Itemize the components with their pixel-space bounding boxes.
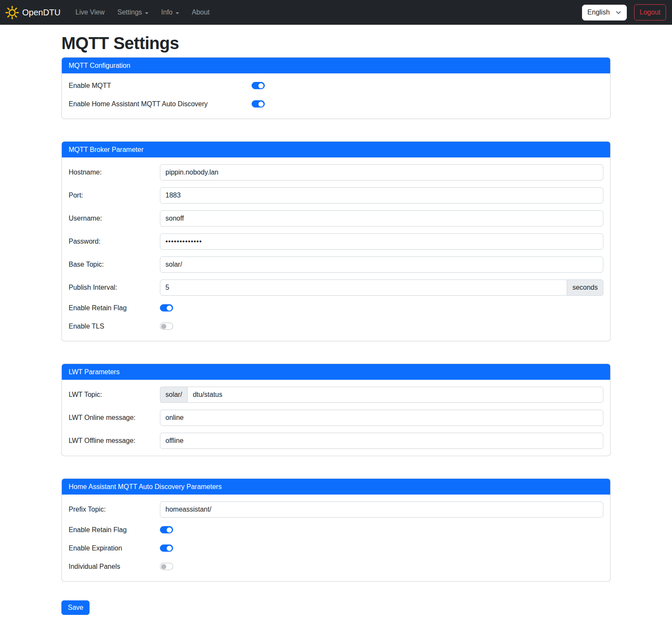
form-row: Enable Retain Flag (69, 524, 603, 535)
form-row: Hostname: (69, 164, 603, 180)
sun-icon (5, 6, 19, 20)
form-row: Password: (69, 233, 603, 250)
form-row: LWT Offline message: (69, 433, 603, 449)
navbar: OpenDTU Live View Settings Info About En… (0, 0, 672, 25)
nav-item-label: Info (161, 9, 173, 16)
port-input[interactable] (160, 187, 603, 204)
enable-tls-toggle[interactable] (160, 323, 173, 330)
field-label: Enable Home Assistant MQTT Auto Discover… (69, 99, 252, 109)
field-label: LWT Online message: (69, 413, 160, 423)
field-label: LWT Offline message: (69, 436, 160, 446)
navbar-left: OpenDTU Live View Settings Info About (5, 5, 216, 20)
card-body: LWT Topic: solar/ LWT Online message: LW… (62, 380, 610, 456)
lwt-offline-message-input[interactable] (160, 433, 603, 449)
card-body: Hostname: Port: Username: Password: (62, 157, 610, 341)
field-label: Enable Retain Flag (69, 303, 160, 313)
card-header: MQTT Configuration (62, 58, 610, 73)
nav-item-live-view[interactable]: Live View (69, 5, 111, 20)
field-label: Enable MQTT (69, 81, 252, 91)
field-label: Enable Retain Flag (69, 525, 160, 535)
page-title: MQTT Settings (61, 34, 611, 53)
form-row: Enable Retain Flag (69, 303, 603, 313)
form-row: LWT Topic: solar/ (69, 387, 603, 403)
lwt-topic-prefix-addon: solar/ (160, 387, 187, 403)
field-label: Hostname: (69, 167, 160, 178)
individual-panels-toggle[interactable] (160, 563, 173, 570)
lwt-topic-input[interactable] (187, 387, 603, 403)
field-label: Port: (69, 190, 160, 201)
card-header: LWT Parameters (62, 364, 610, 380)
form-row: LWT Online message: (69, 410, 603, 426)
main-content: MQTT Settings MQTT Configuration Enable … (61, 25, 611, 615)
form-row: Prefix Topic: (69, 501, 603, 518)
mqtt-configuration-card: MQTT Configuration Enable MQTT Enable Ho… (61, 57, 611, 119)
card-header: MQTT Broker Parameter (62, 142, 610, 157)
card-header: Home Assistant MQTT Auto Discovery Param… (62, 479, 610, 495)
language-selected-value: English (588, 9, 610, 16)
lwt-online-message-input[interactable] (160, 410, 603, 426)
brand-label: OpenDTU (22, 8, 61, 17)
navbar-right: English Logout (582, 4, 666, 20)
base-topic-input[interactable] (160, 256, 603, 273)
brand-link[interactable]: OpenDTU (5, 6, 61, 20)
nav-item-label: Settings (117, 9, 142, 16)
chevron-down-icon (616, 11, 621, 15)
field-label: Password: (69, 236, 160, 247)
broker-enable-retain-flag-toggle[interactable] (160, 304, 173, 312)
save-button[interactable]: Save (61, 600, 90, 615)
logout-button[interactable]: Logout (634, 4, 666, 20)
nav-item-label: About (192, 9, 210, 16)
prefix-topic-input[interactable] (160, 501, 603, 518)
form-row: Port: (69, 187, 603, 204)
form-row: Enable MQTT (69, 80, 603, 91)
field-label: Username: (69, 213, 160, 224)
nav-item-settings[interactable]: Settings (111, 5, 155, 20)
enable-mqtt-toggle[interactable] (252, 82, 265, 89)
form-row: Publish Interval: seconds (69, 279, 603, 296)
card-body: Prefix Topic: Enable Retain Flag Enable … (62, 495, 610, 581)
nav-item-info[interactable]: Info (155, 5, 185, 20)
form-row: Individual Panels (69, 561, 603, 572)
form-row: Username: (69, 210, 603, 227)
enable-expiration-toggle[interactable] (160, 544, 173, 552)
field-label: Base Topic: (69, 259, 160, 270)
hass-enable-retain-flag-toggle[interactable] (160, 526, 173, 533)
field-label: Enable TLS (69, 321, 160, 332)
language-select[interactable]: English (582, 5, 627, 20)
mqtt-broker-parameter-card: MQTT Broker Parameter Hostname: Port: Us… (61, 141, 611, 341)
lwt-parameters-card: LWT Parameters LWT Topic: solar/ LWT Onl… (61, 364, 611, 456)
username-input[interactable] (160, 210, 603, 227)
card-body: Enable MQTT Enable Home Assistant MQTT A… (62, 73, 610, 119)
hostname-input[interactable] (160, 164, 603, 180)
field-label: Enable Expiration (69, 543, 160, 553)
form-row: Enable TLS (69, 321, 603, 332)
field-label: LWT Topic: (69, 390, 160, 400)
nav-item-label: Live View (75, 9, 104, 16)
home-assistant-discovery-card: Home Assistant MQTT Auto Discovery Param… (61, 478, 611, 582)
form-row: Base Topic: (69, 256, 603, 273)
field-label: Prefix Topic: (69, 504, 160, 515)
enable-ha-auto-discovery-toggle[interactable] (252, 100, 265, 108)
seconds-unit-addon: seconds (567, 279, 603, 296)
password-input[interactable] (160, 233, 603, 250)
publish-interval-input[interactable] (160, 279, 567, 296)
form-row: Enable Expiration (69, 543, 603, 553)
caret-down-icon (145, 12, 148, 14)
caret-down-icon (176, 12, 179, 14)
form-row: Enable Home Assistant MQTT Auto Discover… (69, 99, 603, 109)
nav-item-about[interactable]: About (185, 5, 216, 20)
field-label: Publish Interval: (69, 282, 160, 293)
field-label: Individual Panels (69, 562, 160, 572)
